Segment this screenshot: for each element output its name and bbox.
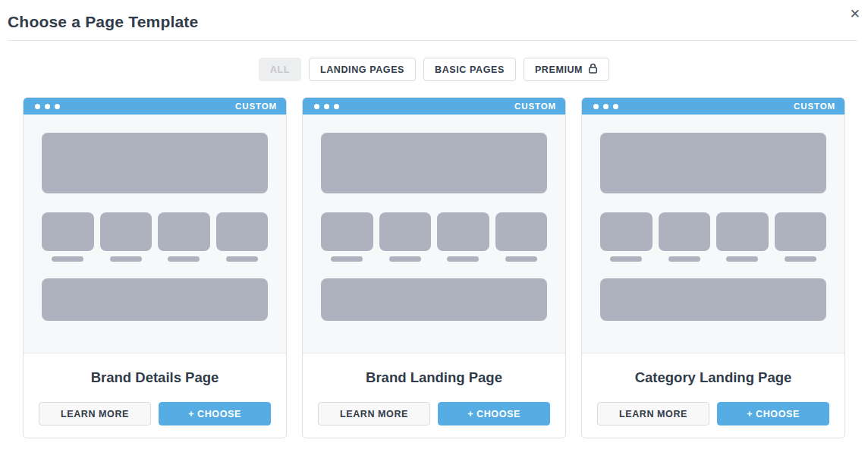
placeholder-card-block [100,212,153,251]
placeholder-caption-line [505,256,537,262]
choose-button[interactable]: + CHOOSE [438,402,550,425]
placeholder-caption-line [52,256,83,262]
placeholder-banner-block [42,278,268,321]
placeholder-card-block [379,212,432,251]
tab-basic-pages[interactable]: BASIC PAGES [423,58,516,81]
card-titlebar: CUSTOM [24,98,286,115]
placeholder-card-block [716,212,769,251]
placeholder-caption-line [610,256,642,262]
placeholder-card-block [321,212,373,251]
tab-all[interactable]: ALL [259,58,301,81]
placeholder-banner-block [600,278,826,321]
placeholder-card-block [42,212,94,251]
placeholder-card-block [600,212,653,251]
custom-badge: CUSTOM [235,102,277,111]
placeholder-caption-line [447,256,479,262]
template-preview [582,115,844,353]
page-title: Choose a Page Template [8,13,860,31]
placeholder-caption-line [668,256,700,262]
learn-more-button[interactable]: LEARN MORE [597,402,709,425]
choose-template-modal: Choose a Page Template ✕ ALL LANDING PAG… [0,0,868,449]
card-actions: LEARN MORE + CHOOSE [24,386,286,438]
window-dots-icon [35,104,64,109]
placeholder-card-block [495,212,548,251]
placeholder-card-block [659,212,711,251]
tab-landing-pages[interactable]: LANDING PAGES [309,58,416,81]
custom-badge: CUSTOM [514,102,556,111]
tab-premium-label: PREMIUM [535,64,583,75]
template-title: Brand Landing Page [303,369,565,386]
placeholder-card-block [158,212,210,251]
card-footer: Category Landing Page LEARN MORE + CHOOS… [582,369,844,438]
learn-more-button[interactable]: LEARN MORE [318,402,430,425]
placeholder-banner-block [321,278,547,321]
modal-header: Choose a Page Template ✕ [0,0,868,40]
template-title: Category Landing Page [582,369,844,386]
card-footer: Brand Landing Page LEARN MORE + CHOOSE [303,369,565,438]
filter-tabs: ALL LANDING PAGES BASIC PAGES PREMIUM [0,58,868,81]
template-card-list: CUSTOM Brand Details Page LEARN MORE + C… [23,97,845,438]
choose-button[interactable]: + CHOOSE [159,402,271,425]
placeholder-card-block [216,212,269,251]
template-card-brand-landing: CUSTOM Brand Landing Page LEARN MORE + C… [302,97,566,438]
card-actions: LEARN MORE + CHOOSE [582,386,844,438]
card-actions: LEARN MORE + CHOOSE [303,386,565,438]
template-card-category-landing: CUSTOM Category Landing Page LEARN MORE … [581,97,845,438]
placeholder-caption-line [226,256,258,262]
placeholder-caption-line [785,256,816,262]
placeholder-caption-line [726,256,758,262]
custom-badge: CUSTOM [794,102,835,111]
placeholder-caption-line [168,256,200,262]
placeholder-grid-row [42,212,268,262]
placeholder-caption-line [110,256,142,262]
card-titlebar: CUSTOM [582,98,844,115]
template-preview [24,115,286,353]
placeholder-card-block [437,212,489,251]
placeholder-hero-block [42,133,268,193]
learn-more-button[interactable]: LEARN MORE [39,402,151,425]
close-icon[interactable]: ✕ [847,5,863,24]
window-dots-icon [314,104,344,109]
placeholder-hero-block [321,133,547,193]
placeholder-caption-line [331,256,363,262]
card-titlebar: CUSTOM [303,98,565,115]
tab-premium[interactable]: PREMIUM [524,58,609,81]
template-preview [303,115,565,353]
placeholder-caption-line [389,256,421,262]
lock-icon [588,63,598,76]
placeholder-card-block [775,212,827,251]
choose-button[interactable]: + CHOOSE [717,402,829,425]
window-dots-icon [593,104,623,109]
placeholder-grid-row [321,212,547,262]
card-footer: Brand Details Page LEARN MORE + CHOOSE [24,369,286,438]
header-divider [8,40,857,41]
template-title: Brand Details Page [24,369,286,386]
placeholder-grid-row [600,212,826,262]
template-card-brand-details: CUSTOM Brand Details Page LEARN MORE + C… [23,97,287,438]
placeholder-hero-block [600,133,826,193]
